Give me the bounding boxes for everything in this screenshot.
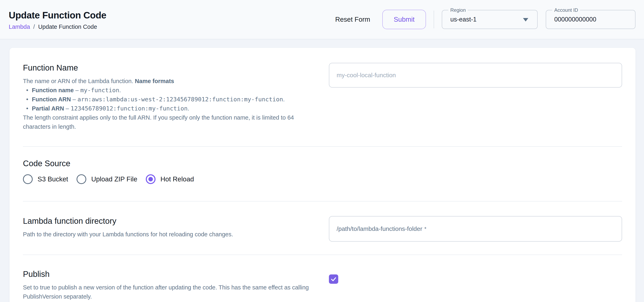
radio-icon[interactable] xyxy=(76,174,86,184)
desc-intro-bold: Name formats xyxy=(135,78,174,84)
code-source-section: Code Source S3 Bucket Upload ZIP File Ho… xyxy=(23,147,622,201)
required-asterisk: * xyxy=(424,226,426,232)
region-select[interactable]: Region us-east-1 xyxy=(442,10,538,29)
breadcrumb-separator: / xyxy=(33,23,35,30)
header-divider xyxy=(434,10,434,28)
radio-s3-bucket[interactable]: S3 Bucket xyxy=(23,174,68,184)
submit-button[interactable]: Submit xyxy=(382,10,426,29)
publish-section: Publish Set to true to publish a new ver… xyxy=(23,255,622,302)
page-title: Update Function Code xyxy=(9,10,106,21)
desc-intro: The name or ARN of the Lambda function. xyxy=(23,78,135,84)
check-icon xyxy=(330,276,337,282)
directory-input[interactable]: /path/to/lambda-functions-folder * xyxy=(329,216,622,242)
function-name-info: Function Name The name or ARN of the Lam… xyxy=(23,63,309,131)
name-format-list: Function name – my-function. Function AR… xyxy=(23,86,309,113)
publish-checkbox[interactable] xyxy=(329,275,338,284)
list-item: Function ARN – arn:aws:lambda:us-west-2:… xyxy=(23,95,309,104)
directory-input-area: /path/to/lambda-functions-folder * xyxy=(309,216,622,242)
directory-info: Lambda function directory Path to the di… xyxy=(23,216,309,242)
publish-checkbox-area xyxy=(309,269,622,301)
function-name-input[interactable] xyxy=(329,63,622,88)
page-header: Update Function Code Lambda / Update Fun… xyxy=(0,0,644,39)
desc-outro: The length constraint applies only to th… xyxy=(23,114,294,130)
breadcrumb: Lambda / Update Function Code xyxy=(9,23,106,30)
breadcrumb-lambda-link[interactable]: Lambda xyxy=(9,23,30,30)
list-item: Partial ARN – 123456789012:function:my-f… xyxy=(23,104,309,113)
code-source-info: Code Source S3 Bucket Upload ZIP File Ho… xyxy=(23,158,622,184)
code-source-radio-group: S3 Bucket Upload ZIP File Hot Reload xyxy=(23,174,622,184)
reset-form-button[interactable]: Reset Form xyxy=(330,11,376,27)
radio-upload-zip-file[interactable]: Upload ZIP File xyxy=(76,174,137,184)
radio-hot-reload[interactable]: Hot Reload xyxy=(146,174,194,184)
directory-heading: Lambda function directory xyxy=(23,216,309,226)
update-function-code-card: Function Name The name or ARN of the Lam… xyxy=(10,48,636,302)
region-value: us-east-1 xyxy=(442,16,476,23)
radio-icon[interactable] xyxy=(23,174,33,184)
list-item: Function name – my-function. xyxy=(23,86,309,95)
account-id-field[interactable]: Account ID 000000000000 xyxy=(546,10,636,29)
header-actions: Reset Form Submit Region us-east-1 Accou… xyxy=(330,10,636,29)
code-source-heading: Code Source xyxy=(23,158,622,168)
directory-description: Path to the directory with your Lambda f… xyxy=(23,230,309,239)
function-name-heading: Function Name xyxy=(23,63,309,73)
function-name-section: Function Name The name or ARN of the Lam… xyxy=(23,48,622,147)
radio-selected-icon[interactable] xyxy=(146,174,156,184)
publish-heading: Publish xyxy=(23,269,309,279)
chevron-down-icon xyxy=(523,18,528,21)
function-name-input-area xyxy=(309,63,622,131)
function-name-description: The name or ARN of the Lambda function. … xyxy=(23,77,309,131)
publish-description: Set to true to publish a new version of … xyxy=(23,283,309,301)
account-id-label: Account ID xyxy=(552,7,580,13)
directory-input-value: /path/to/lambda-functions-folder xyxy=(336,225,422,232)
title-block: Update Function Code Lambda / Update Fun… xyxy=(9,9,106,30)
breadcrumb-current: Update Function Code xyxy=(38,23,97,30)
publish-info: Publish Set to true to publish a new ver… xyxy=(23,269,309,301)
account-id-value: 000000000000 xyxy=(546,16,596,23)
directory-section: Lambda function directory Path to the di… xyxy=(23,201,622,255)
region-label: Region xyxy=(448,7,468,13)
